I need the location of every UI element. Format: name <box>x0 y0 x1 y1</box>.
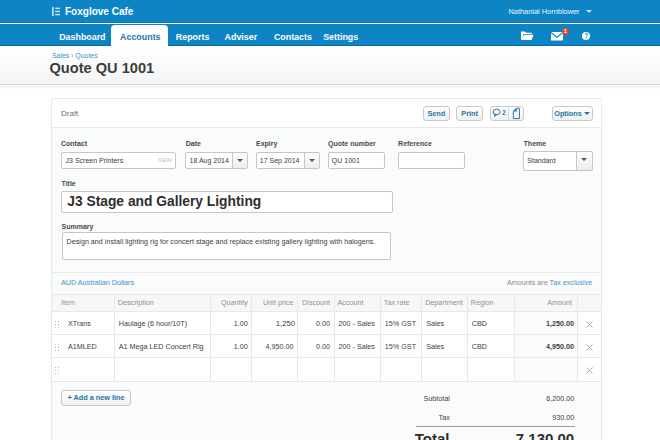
svg-text:2: 2 <box>502 109 506 116</box>
